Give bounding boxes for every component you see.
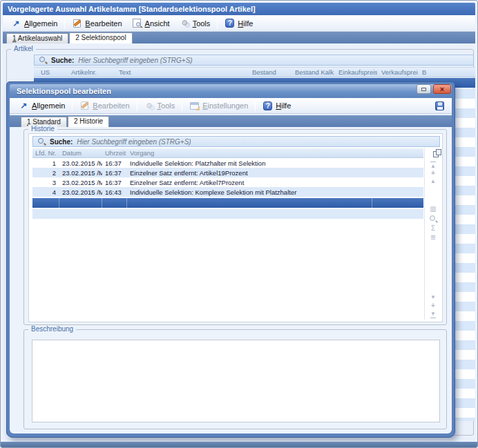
restore-icon bbox=[421, 88, 426, 91]
dialog-menu-item-allgemein[interactable]: ↗ Allgemein bbox=[14, 99, 70, 112]
page-down-icon[interactable]: ▼ bbox=[425, 294, 441, 300]
artikel-group-label: Artikel bbox=[11, 45, 36, 53]
historie-group-label: Historie bbox=[28, 125, 57, 133]
historie-row[interactable]: 3 23.02.2015 /Mo 16:37 Einzelner Satz en… bbox=[32, 177, 423, 187]
search-placeholder: Hier Suchbegriff eingeben (STRG+S) bbox=[78, 57, 192, 64]
tab-historie[interactable]: 2 Historie bbox=[68, 116, 109, 127]
menu-separator bbox=[137, 100, 137, 111]
menu-item-bearbeiten[interactable]: Bearbeiten bbox=[67, 17, 126, 30]
dialog-menu-item-bearbeiten[interactable]: Bearbeiten bbox=[75, 99, 134, 112]
dialog-menubar: ↗ Allgemein Bearbeiten ⚙ Tools Einstellu… bbox=[10, 98, 452, 114]
column-header-lfd-nr[interactable]: Lfd. Nr. bbox=[32, 149, 59, 157]
historie-table-header[interactable]: Lfd. Nr. Datum Uhrzeit Vorgang bbox=[32, 148, 423, 158]
close-button[interactable]: × bbox=[433, 84, 451, 94]
menu-label: Allgemein bbox=[24, 19, 57, 28]
sum-icon[interactable]: Σ bbox=[425, 225, 441, 231]
column-header-datum[interactable]: Datum bbox=[59, 149, 102, 157]
menu-item-allgemein[interactable]: ↗ Allgemein bbox=[6, 17, 62, 30]
menu-separator bbox=[72, 100, 73, 111]
column-header-vorgang[interactable]: Vorgang bbox=[127, 149, 372, 157]
settings-window-icon bbox=[189, 101, 200, 110]
selektionspool-dialog: Selektionspool bearbeiten × ↗ Allgemein … bbox=[6, 81, 455, 438]
arrow-up-right-icon: ↗ bbox=[19, 101, 29, 110]
menu-separator bbox=[255, 100, 256, 111]
restore-button[interactable] bbox=[417, 84, 431, 94]
grid-nav-strip: ▲ + ▲ ▥ Σ ≣ ▼ + ▼ bbox=[425, 134, 441, 323]
menu-label: Ansicht bbox=[145, 19, 170, 28]
help-icon: ? bbox=[262, 101, 273, 110]
menu-item-hilfe[interactable]: ? Hilfe bbox=[220, 17, 258, 30]
dialog-menu-item-einstellungen[interactable]: Einstellungen bbox=[184, 99, 253, 112]
dialog-tabstrip: 1 Standard 2 Historie bbox=[10, 115, 452, 127]
row-settings-icon[interactable]: ≣ bbox=[425, 234, 441, 240]
column-header-us[interactable]: US bbox=[34, 68, 67, 76]
menu-separator bbox=[64, 18, 65, 29]
gears-icon: ⚙ bbox=[180, 19, 190, 28]
columns-icon[interactable]: ▥ bbox=[425, 206, 441, 212]
edit-icon bbox=[79, 101, 90, 110]
menu-separator bbox=[217, 18, 218, 29]
dialog-titlebar: Selektionspool bearbeiten bbox=[10, 84, 452, 98]
column-header-text[interactable]: Text bbox=[115, 68, 248, 76]
edit-icon bbox=[72, 19, 82, 28]
window-titlebar: Vorgelagerte Auswahl Artikelstamm [Stand… bbox=[3, 3, 475, 15]
historie-row[interactable]: 4 23.02.2015 /Mo 16:43 Individuelle Sele… bbox=[32, 187, 423, 197]
window-bottom-frame bbox=[1, 442, 477, 447]
beschreibung-group-label: Beschreibung bbox=[28, 325, 76, 333]
column-header-einkaufspreis[interactable]: Einkaufspreis bbox=[334, 68, 377, 76]
dialog-body: 1 Standard 2 Historie Historie Suche: Hi… bbox=[10, 114, 452, 434]
close-icon: × bbox=[440, 86, 444, 93]
search-placeholder: Hier Suchbegriff eingeben (STRG+S) bbox=[77, 138, 191, 146]
historie-table-panel: Suche: Hier Suchbegriff eingeben (STRG+S… bbox=[28, 133, 443, 322]
column-header-bestand-kalk[interactable]: Bestand Kalk. bbox=[291, 68, 334, 76]
historie-search-bar[interactable]: Suche: Hier Suchbegriff eingeben (STRG+S… bbox=[32, 136, 440, 147]
dialog-window-buttons: × bbox=[417, 84, 451, 94]
save-icon bbox=[435, 101, 444, 110]
scroll-to-top-icon[interactable]: ▲ bbox=[425, 162, 441, 169]
column-header-b[interactable]: B bbox=[418, 68, 446, 76]
view-magnifier-icon bbox=[132, 19, 142, 28]
column-header-uhrzeit[interactable]: Uhrzeit bbox=[102, 149, 127, 157]
move-up-icon[interactable]: + bbox=[425, 170, 441, 176]
tab-artikelauswahl[interactable]: 1 Artikelauswahl bbox=[6, 33, 68, 43]
zoom-grid-icon[interactable] bbox=[425, 215, 441, 224]
dialog-title: Selektionspool bearbeiten bbox=[17, 87, 111, 95]
menu-separator bbox=[182, 100, 182, 111]
save-button[interactable] bbox=[434, 101, 445, 110]
dialog-menu-item-hilfe[interactable]: ? Hilfe bbox=[258, 99, 296, 112]
historie-row[interactable]: 1 23.02.2015 /Mo 16:37 Individuelle Sele… bbox=[32, 158, 423, 168]
artikel-table-header[interactable]: US Artikelnr. Text Bestand Bestand Kalk.… bbox=[34, 67, 475, 77]
menu-label: Bearbeiten bbox=[85, 19, 122, 28]
artikel-search-bar[interactable]: Suche: Hier Suchbegriff eingeben (STRG+S… bbox=[34, 55, 474, 66]
dialog-menu-item-tools[interactable]: ⚙ Tools bbox=[140, 99, 180, 112]
tab-selektionspool[interactable]: 2 Selektionspool bbox=[69, 32, 132, 43]
scroll-to-bottom-icon[interactable]: ▼ bbox=[425, 311, 441, 318]
help-icon: ? bbox=[224, 19, 235, 28]
main-tabstrip: 1 Artikelauswahl 2 Selektionspool bbox=[3, 32, 475, 43]
move-down-icon[interactable]: + bbox=[425, 302, 441, 309]
column-header-artikelnr[interactable]: Artikelnr. bbox=[67, 68, 115, 76]
historie-selected-row[interactable] bbox=[32, 198, 423, 208]
main-menubar: ↗ Allgemein Bearbeiten Ansicht ⚙ Tools ?… bbox=[3, 15, 475, 32]
gears-icon: ⚙ bbox=[144, 101, 155, 110]
arrow-up-right-icon: ↗ bbox=[11, 19, 21, 28]
main-window: Vorgelagerte Auswahl Artikelstamm [Stand… bbox=[0, 0, 478, 448]
historie-groupbox: Historie Suche: Hier Suchbegriff eingebe… bbox=[23, 129, 447, 325]
historie-empty-row[interactable] bbox=[32, 209, 423, 219]
search-label: Suche: bbox=[51, 57, 74, 64]
historie-row[interactable]: 2 23.02.2015 /Mo 16:37 Einzelner Satz en… bbox=[32, 168, 423, 177]
search-label: Suche: bbox=[50, 138, 73, 146]
column-header-verkaufspreis[interactable]: Verkaufspreis bbox=[377, 68, 418, 76]
search-icon bbox=[39, 56, 47, 64]
menu-item-tools[interactable]: ⚙ Tools bbox=[175, 17, 216, 30]
page-up-icon[interactable]: ▲ bbox=[425, 178, 441, 184]
menu-label: Hilfe bbox=[238, 19, 253, 28]
beschreibung-groupbox: Beschreibung bbox=[23, 329, 447, 429]
window-title: Vorgelagerte Auswahl Artikelstamm [Stand… bbox=[8, 5, 256, 13]
column-header-bestand[interactable]: Bestand bbox=[248, 68, 291, 76]
search-icon bbox=[37, 137, 46, 146]
beschreibung-text-area[interactable] bbox=[32, 340, 440, 422]
menu-item-ansicht[interactable]: Ansicht bbox=[127, 17, 175, 30]
menu-label: Tools bbox=[193, 19, 211, 28]
